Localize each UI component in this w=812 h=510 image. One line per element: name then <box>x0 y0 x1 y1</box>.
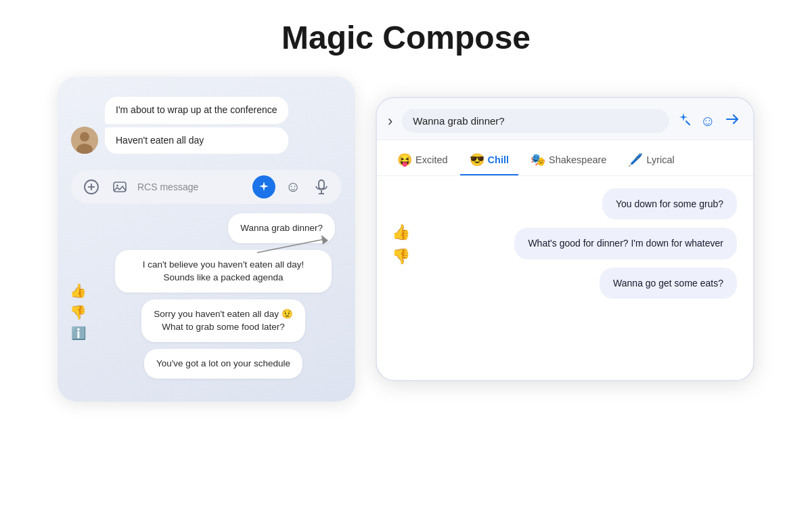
mic-icon[interactable] <box>311 176 332 198</box>
right-suggestion-2[interactable]: What's good for dinner? I'm down for wha… <box>514 228 737 259</box>
shakespeare-label: Shakespeare <box>549 154 606 165</box>
shakespeare-emoji: 🎭 <box>531 152 545 167</box>
suggestion-2[interactable]: I can't believe you haven't eaten all da… <box>115 250 332 293</box>
info-icon-left[interactable]: ℹ️ <box>71 326 86 341</box>
suggestions-left: Wanna grab dinner? I can't believe you h… <box>71 213 342 378</box>
svg-line-13 <box>686 121 690 125</box>
thumbs-column-left: 👍 👎 ℹ️ <box>70 282 87 341</box>
tone-tabs: 😝 Excited 😎 Chill 🎭 Shakespeare 🖊️ Lyric… <box>377 140 753 176</box>
excited-emoji: 😝 <box>397 152 412 167</box>
emoji-icon-right[interactable]: ☺ <box>700 112 715 130</box>
tab-lyrical[interactable]: 🖊️ Lyrical <box>618 147 683 175</box>
back-chevron[interactable]: › <box>388 112 392 130</box>
send-button-right[interactable] <box>725 112 740 130</box>
compose-input[interactable]: Wanna grab dinner? <box>402 109 669 133</box>
right-phone-card: › Wanna grab dinner? ☺ <box>376 97 754 381</box>
main-area: I'm about to wrap up at the conference H… <box>0 77 812 402</box>
magic-compose-button[interactable] <box>252 175 275 198</box>
add-icon[interactable] <box>81 176 102 198</box>
magic-wand-icon[interactable] <box>676 112 691 130</box>
svg-rect-8 <box>319 180 324 189</box>
chill-emoji: 😎 <box>470 152 484 167</box>
chill-label: Chill <box>488 154 509 165</box>
lyrical-emoji: 🖊️ <box>628 152 643 167</box>
image-icon[interactable] <box>109 176 131 198</box>
avatar <box>71 127 98 154</box>
thumbs-down-right[interactable]: 👎 <box>392 248 410 265</box>
thumbs-up-right[interactable]: 👍 <box>392 224 410 241</box>
thumbs-down-left[interactable]: 👎 <box>70 304 87 320</box>
right-suggestion-3[interactable]: Wanna go get some eats? <box>600 268 737 299</box>
right-suggestion-1[interactable]: You down for some grub? <box>602 188 737 219</box>
thumbs-up-left[interactable]: 👍 <box>70 282 87 299</box>
lyrical-label: Lyrical <box>646 154 674 165</box>
message-bubble-1: I'm about to wrap up at the conference <box>105 97 288 124</box>
suggestion-4[interactable]: You've got a lot on your schedule <box>144 349 302 379</box>
messages-area: I'm about to wrap up at the conference H… <box>71 97 342 158</box>
suggestion-1[interactable]: Wanna grab dinner? <box>228 213 335 243</box>
page-title: Magic Compose <box>0 0 812 63</box>
right-icons: ☺ <box>676 112 740 130</box>
suggestions-right: 👍 👎 You down for some grub? What's good … <box>377 176 753 314</box>
tab-shakespeare[interactable]: 🎭 Shakespeare <box>521 147 616 175</box>
svg-point-7 <box>116 185 118 187</box>
bubble-group: I'm about to wrap up at the conference H… <box>105 97 288 154</box>
svg-point-1 <box>80 132 89 142</box>
excited-label: Excited <box>415 154 448 165</box>
tab-chill[interactable]: 😎 Chill <box>460 147 518 175</box>
suggestion-3[interactable]: Sorry you haven't eaten all day 😟 What t… <box>141 299 305 342</box>
message-bubble-2: Haven't eaten all day <box>105 127 288 154</box>
tab-excited[interactable]: 😝 Excited <box>388 147 457 175</box>
left-phone-card: I'm about to wrap up at the conference H… <box>58 77 355 402</box>
message-row-1: I'm about to wrap up at the conference H… <box>71 97 342 154</box>
emoji-icon[interactable]: ☺ <box>282 176 304 198</box>
input-bar: RCS message ☺ <box>71 170 342 204</box>
input-placeholder[interactable]: RCS message <box>137 182 246 192</box>
thumbs-column-right: 👍 👎 <box>392 224 410 265</box>
right-topbar: › Wanna grab dinner? ☺ <box>377 98 753 140</box>
